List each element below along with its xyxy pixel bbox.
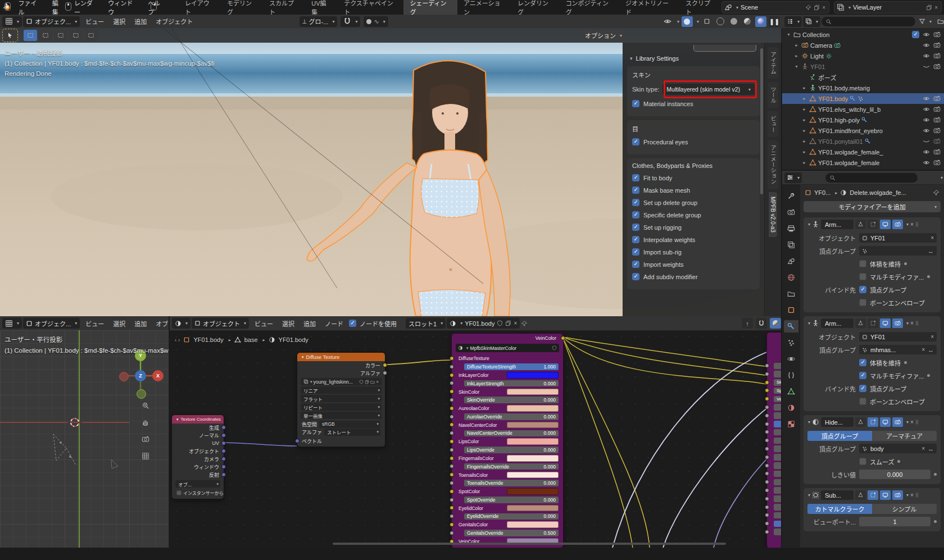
hide-viewport-toggle[interactable] bbox=[923, 116, 930, 124]
modifier-header-Hide...[interactable]: ▾ Hide... ▾ × ⣿ bbox=[804, 415, 941, 429]
gizmo-axis-z[interactable]: Z bbox=[135, 370, 146, 381]
skin-type-dropdown[interactable]: Multilayered (skin model v2)▾ bbox=[662, 84, 755, 95]
input-socket[interactable] bbox=[450, 514, 454, 518]
disable-render-toggle[interactable] bbox=[933, 159, 941, 166]
value-slider[interactable]: AurolaeOverride0.000 bbox=[464, 413, 559, 420]
outliner-row-YF01.body[interactable]: ▸YF01.body bbox=[782, 93, 944, 104]
node-header[interactable]: ▾Diffuse Texture bbox=[297, 353, 385, 361]
input-socket[interactable] bbox=[765, 530, 769, 534]
properties-tab-world[interactable] bbox=[784, 271, 798, 284]
dropdown-リピート[interactable]: リピート▾ bbox=[301, 403, 382, 411]
node-clipped-right[interactable]: Sk Sp Ve bbox=[766, 332, 781, 548]
disable-render-toggle[interactable] bbox=[933, 148, 941, 156]
material-instances-checkbox[interactable]: Material instances bbox=[632, 100, 755, 107]
clipped-field[interactable] bbox=[774, 371, 781, 377]
disable-render-toggle[interactable] bbox=[933, 116, 941, 124]
input-socket[interactable] bbox=[765, 521, 769, 526]
invert-vertex-group-icon[interactable]: ↔ bbox=[928, 248, 934, 254]
input-socket[interactable] bbox=[765, 463, 769, 468]
slot-dropdown[interactable]: スロット1▾ bbox=[406, 318, 446, 329]
clipped-field[interactable] bbox=[774, 429, 781, 436]
properties-tab-tool[interactable] bbox=[784, 190, 798, 202]
animate-dot[interactable] bbox=[897, 460, 900, 463]
expand-arrow[interactable]: ▸ bbox=[801, 117, 807, 122]
animate-dot[interactable] bbox=[927, 275, 930, 278]
active-tool-tweak-button[interactable] bbox=[3, 30, 17, 41]
delete-viewlayer-icon[interactable]: × bbox=[933, 4, 939, 11]
scene-name[interactable]: Scene bbox=[741, 4, 758, 11]
value-slider[interactable]: EyelidOverride0.000 bbox=[464, 513, 559, 520]
hide-viewport-toggle[interactable] bbox=[923, 31, 930, 38]
outliner-row-Light[interactable]: ▸Light bbox=[782, 51, 944, 61]
checkbox-icon[interactable] bbox=[632, 138, 639, 145]
object-name[interactable]: YF01 bbox=[810, 63, 825, 70]
disable-render-toggle[interactable] bbox=[933, 31, 941, 38]
color-swatch[interactable] bbox=[507, 488, 559, 495]
input-socket[interactable] bbox=[450, 381, 454, 385]
input-socket[interactable] bbox=[765, 488, 769, 493]
cage-display-toggle[interactable] bbox=[868, 220, 878, 229]
animate-dot[interactable] bbox=[927, 374, 930, 377]
segment-シンプル[interactable]: シンプル bbox=[872, 504, 937, 514]
input-socket[interactable] bbox=[450, 456, 454, 461]
input-socket[interactable] bbox=[450, 489, 454, 494]
outliner-filter-id-dropdown[interactable]: ▾ bbox=[803, 16, 820, 27]
clipped-field[interactable] bbox=[774, 504, 781, 511]
clear-object[interactable]: × bbox=[931, 235, 934, 241]
clipped-field[interactable] bbox=[774, 479, 781, 486]
checkbox-頂点グループ[interactable] bbox=[859, 286, 866, 293]
menu-ビュー[interactable]: ビュー bbox=[250, 319, 278, 328]
cage-display-toggle[interactable] bbox=[868, 318, 878, 328]
editor-type-button[interactable]: ▾ bbox=[172, 318, 190, 329]
modifier-header-Sub...[interactable]: ▾ Sub... ▾ × ⣿ bbox=[804, 488, 941, 502]
properties-tab-render[interactable] bbox=[784, 206, 798, 218]
outliner-row-YF01.elvs_witchy_lil_b[interactable]: ▸YF01.elvs_witchy_lil_b bbox=[782, 104, 944, 115]
pin-id-icon[interactable] bbox=[933, 189, 940, 196]
input-socket[interactable] bbox=[765, 397, 769, 401]
input-socket[interactable] bbox=[765, 380, 769, 385]
checkbox-fit-to-body[interactable]: Fit to body bbox=[632, 174, 755, 181]
clipped-field[interactable] bbox=[774, 512, 781, 519]
invert-vertex-group-icon[interactable]: ↔ bbox=[928, 445, 934, 452]
expand-arrow[interactable]: ▸ bbox=[801, 149, 807, 154]
viewlayer-name[interactable]: ViewLayer bbox=[853, 4, 882, 11]
options-dropdown[interactable]: オプション▾ bbox=[582, 30, 625, 41]
object-name[interactable]: YF01.ponytail01 bbox=[818, 138, 863, 145]
object-name[interactable]: Collection bbox=[802, 31, 829, 38]
object-name[interactable]: ポーズ bbox=[818, 73, 836, 82]
menu-追加[interactable]: 追加 bbox=[130, 319, 151, 328]
clear-vertex-group[interactable]: × bbox=[922, 347, 925, 353]
disable-render-toggle[interactable] bbox=[933, 42, 941, 49]
menu-ファイル[interactable]: ファイル bbox=[13, 0, 47, 16]
viewport-display-toggle[interactable] bbox=[880, 490, 891, 500]
modifier-name[interactable]: Sub... bbox=[821, 490, 854, 500]
outliner-row-YF01.ponytail01[interactable]: ▸YF01.ponytail01 bbox=[782, 136, 944, 147]
input-socket[interactable] bbox=[450, 415, 454, 419]
dropdown-フラット[interactable]: フラット▾ bbox=[301, 395, 382, 402]
select-subtract-button[interactable] bbox=[54, 30, 67, 41]
select-extend-button[interactable] bbox=[39, 30, 52, 41]
checkbox-import-weights[interactable]: Import weights bbox=[632, 261, 755, 268]
editor-type-button[interactable]: ▾ bbox=[2, 318, 22, 329]
input-socket[interactable] bbox=[765, 480, 769, 484]
value-slider[interactable]: NavelCenterOverride0.000 bbox=[464, 430, 559, 437]
checkbox-set-up-delete-group[interactable]: Set up delete group bbox=[632, 199, 755, 206]
object-field[interactable]: YF01× bbox=[859, 332, 937, 342]
input-socket[interactable] bbox=[765, 447, 769, 451]
viewport-levels-field[interactable]: 1 bbox=[859, 517, 931, 526]
checkbox-ボーンエンベロープ[interactable] bbox=[859, 299, 866, 306]
animate-dot[interactable] bbox=[934, 473, 937, 476]
clipped-field[interactable] bbox=[774, 487, 781, 494]
dropdown-リニア[interactable]: リニア▾ bbox=[301, 386, 382, 394]
object-field[interactable]: YF01× bbox=[859, 233, 937, 243]
modifier-name[interactable]: Hide... bbox=[821, 417, 854, 427]
sidebar-tab-アニメーション[interactable]: アニメーション bbox=[768, 140, 778, 189]
render-display-toggle[interactable] bbox=[892, 490, 903, 500]
editmode-display-toggle[interactable] bbox=[855, 490, 866, 500]
color-swatch[interactable] bbox=[507, 438, 559, 445]
object-name[interactable]: YF01.mindfront_eyebro bbox=[818, 128, 883, 134]
object-name[interactable]: YF01.wolgade_female bbox=[818, 160, 879, 166]
checkbox-icon[interactable] bbox=[632, 186, 639, 194]
ortho-toggle-icon[interactable] bbox=[139, 450, 152, 462]
properties-tab-modifiers[interactable] bbox=[784, 320, 798, 333]
